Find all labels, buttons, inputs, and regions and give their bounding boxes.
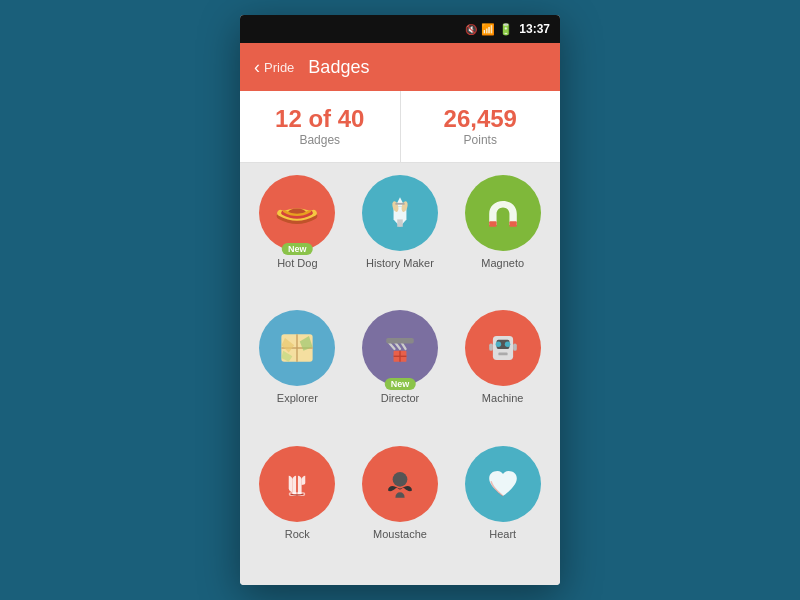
badge-item-director[interactable]: NewDirector: [351, 310, 450, 437]
battery-icon: 🔋: [499, 23, 513, 36]
badge-name-history: History Maker: [366, 257, 434, 269]
badge-circle-director: New: [362, 310, 438, 386]
badge-item-explorer[interactable]: Explorer: [248, 310, 347, 437]
badges-label: Badges: [299, 133, 340, 147]
back-label: Pride: [264, 60, 294, 75]
mute-icon: 🔇: [465, 24, 477, 35]
badge-circle-moustache: [362, 446, 438, 522]
badge-name-hotdog: Hot Dog: [277, 257, 317, 269]
badge-circle-machine: [465, 310, 541, 386]
badge-name-director: Director: [381, 392, 420, 404]
points-label: Points: [464, 133, 497, 147]
badge-name-magneto: Magneto: [481, 257, 524, 269]
signal-icon: 📶: [481, 23, 495, 36]
svg-point-21: [504, 342, 510, 348]
badge-circle-magneto: [465, 175, 541, 251]
svg-rect-22: [498, 353, 507, 356]
new-tag-hotdog: New: [282, 243, 313, 255]
badge-item-heart[interactable]: Heart: [453, 446, 552, 573]
svg-rect-2: [397, 219, 403, 226]
svg-rect-5: [395, 203, 404, 205]
badge-item-rock[interactable]: Rock: [248, 446, 347, 573]
badges-value: 12 of 40: [275, 107, 364, 131]
badge-name-heart: Heart: [489, 528, 516, 540]
status-icons: 🔇 📶 🔋: [465, 23, 513, 36]
back-button[interactable]: ‹ Pride: [254, 58, 294, 76]
badge-item-history[interactable]: History Maker: [351, 175, 450, 302]
svg-rect-24: [513, 344, 517, 351]
badge-name-explorer: Explorer: [277, 392, 318, 404]
badge-name-machine: Machine: [482, 392, 524, 404]
badges-grid: NewHot Dog History Maker Magneto Explore…: [240, 163, 560, 585]
svg-rect-6: [489, 221, 496, 227]
badge-circle-history: [362, 175, 438, 251]
svg-point-26: [393, 472, 408, 487]
badge-item-moustache[interactable]: Moustache: [351, 446, 450, 573]
badge-circle-hotdog: New: [259, 175, 335, 251]
back-chevron-icon: ‹: [254, 58, 260, 76]
badges-stat: 12 of 40 Badges: [240, 91, 401, 162]
phone-frame: 🔇 📶 🔋 13:37 ‹ Pride Badges 12 of 40 Badg…: [240, 15, 560, 585]
app-header: ‹ Pride Badges: [240, 43, 560, 91]
stats-row: 12 of 40 Badges 26,459 Points: [240, 91, 560, 163]
status-time: 13:37: [519, 22, 550, 36]
badge-name-rock: Rock: [285, 528, 310, 540]
points-value: 26,459: [444, 107, 517, 131]
svg-rect-17: [386, 338, 414, 344]
svg-rect-7: [509, 221, 516, 227]
badge-circle-explorer: [259, 310, 335, 386]
page-title: Badges: [308, 57, 369, 78]
svg-point-20: [495, 342, 501, 348]
badge-item-hotdog[interactable]: NewHot Dog: [248, 175, 347, 302]
new-tag-director: New: [385, 378, 416, 390]
badge-name-moustache: Moustache: [373, 528, 427, 540]
badge-item-machine[interactable]: Machine: [453, 310, 552, 437]
points-stat: 26,459 Points: [401, 91, 561, 162]
svg-rect-23: [489, 344, 493, 351]
badge-circle-heart: [465, 446, 541, 522]
badge-item-magneto[interactable]: Magneto: [453, 175, 552, 302]
badge-circle-rock: [259, 446, 335, 522]
status-bar: 🔇 📶 🔋 13:37: [240, 15, 560, 43]
